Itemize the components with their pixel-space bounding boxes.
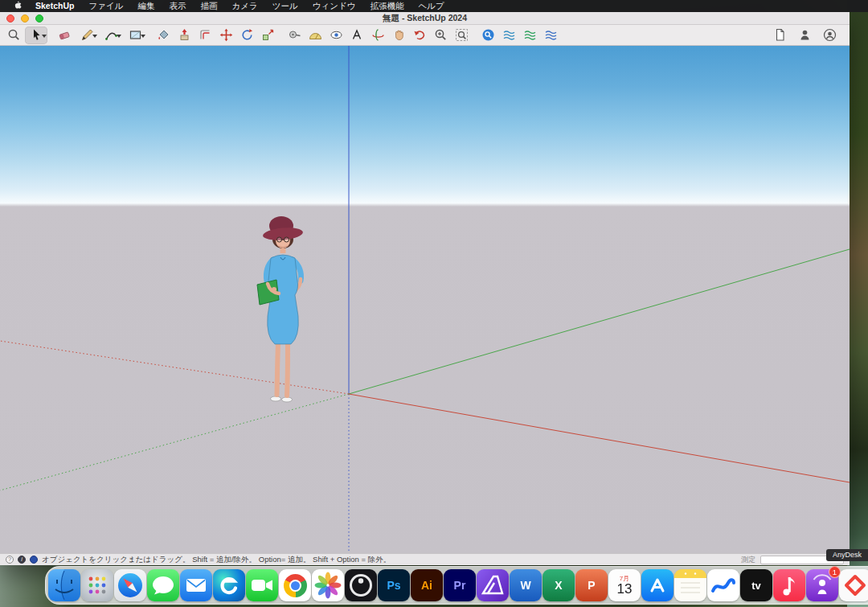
sandbox-tool-3-button[interactable] <box>541 27 560 44</box>
menu-item-file[interactable]: ファイル <box>81 0 130 12</box>
dock-item-obs[interactable] <box>345 569 377 601</box>
dock-item-mail[interactable] <box>180 569 212 601</box>
layers-wave-icon <box>502 28 516 42</box>
dock-item-music[interactable] <box>773 569 805 601</box>
menu-item-camera[interactable]: カメラ <box>224 0 264 12</box>
dock-item-excel[interactable]: X <box>542 569 575 601</box>
sandbox-tool-1-button[interactable] <box>499 27 518 44</box>
affinity-icon <box>477 569 509 601</box>
photoshop-label: Ps <box>387 579 400 592</box>
account-button[interactable] <box>820 27 839 44</box>
calendar-day: 13 <box>617 582 633 596</box>
tape-measure-tool-button[interactable] <box>285 27 304 44</box>
search-tool-button[interactable] <box>4 27 23 44</box>
orbit-tool-button[interactable] <box>368 27 387 44</box>
calendar-icon: 7月13 <box>608 569 641 601</box>
dock-item-illustrator[interactable]: Ai <box>411 569 443 601</box>
edge-icon <box>213 569 245 601</box>
eraser-tool-button[interactable] <box>55 27 74 44</box>
paint-bucket-tool-button[interactable] <box>154 27 173 44</box>
sketchup-window: 無題 - SketchUp 2024 <box>0 12 850 565</box>
dock-item-chrome[interactable] <box>279 569 311 601</box>
menu-item-help[interactable]: ヘルプ <box>411 0 451 12</box>
arc-tool-button[interactable] <box>100 27 122 44</box>
menu-item-sketchup[interactable]: SketchUp <box>28 0 81 12</box>
dock-item-appletv[interactable]: tv <box>740 569 772 601</box>
pan-tool-button[interactable] <box>389 27 408 44</box>
dock-item-appstore[interactable] <box>641 569 674 601</box>
dock-item-word[interactable]: W <box>510 569 542 601</box>
sandbox-tool-2-button[interactable] <box>520 27 539 44</box>
dock-item-safari[interactable] <box>114 569 146 601</box>
info-icon[interactable]: i <box>18 556 26 564</box>
previous-view-tool-button[interactable] <box>410 27 429 44</box>
dock-item-edge[interactable] <box>213 569 245 601</box>
warehouse-search-tool-button[interactable] <box>478 27 497 44</box>
traffic-lights <box>6 14 43 23</box>
people-button[interactable] <box>795 27 814 44</box>
look-around-tool-button[interactable] <box>326 27 346 44</box>
help-icon[interactable]: ? <box>6 556 14 564</box>
protractor-tool-button[interactable] <box>305 27 325 44</box>
undo-arrow-icon <box>413 28 427 42</box>
dock-item-photoshop[interactable]: Ps <box>378 569 410 601</box>
zoom-extents-icon <box>455 28 469 42</box>
new-document-button[interactable] <box>770 27 789 44</box>
text-icon <box>350 28 364 42</box>
dock-item-launchpad[interactable] <box>81 569 113 601</box>
appletv-label: tv <box>751 580 761 592</box>
rotate-tool-button[interactable] <box>237 27 256 44</box>
fullscreen-button[interactable] <box>35 14 43 23</box>
dock-item-facetime[interactable] <box>246 569 278 601</box>
dock-item-podcasts[interactable]: 1 <box>806 569 838 601</box>
tape-measure-icon <box>288 28 301 42</box>
document-icon <box>773 28 787 42</box>
dock-item-finder[interactable] <box>48 569 80 601</box>
zoom-tool-button[interactable] <box>431 27 450 44</box>
scale-tool-button[interactable] <box>258 27 277 44</box>
dock-item-anydesk[interactable] <box>839 569 868 601</box>
menu-item-window[interactable]: ウィンドウ <box>305 0 363 12</box>
apple-menu[interactable] <box>6 1 28 11</box>
minimize-button[interactable] <box>21 14 29 23</box>
facetime-icon <box>246 569 278 601</box>
menu-item-extensions[interactable]: 拡張機能 <box>362 0 411 12</box>
premiere-label: Pr <box>454 579 466 592</box>
zoom-icon <box>434 28 448 42</box>
dock-item-premiere[interactable]: Pr <box>444 569 476 601</box>
model-viewport[interactable] <box>0 46 850 553</box>
dock-item-calendar[interactable]: 7月13 <box>608 569 641 601</box>
title-bar[interactable]: 無題 - SketchUp 2024 <box>0 12 850 25</box>
rotate-icon <box>240 28 254 42</box>
menu-item-tools[interactable]: ツール <box>265 0 305 12</box>
dock-item-freeform[interactable] <box>707 569 739 601</box>
menu-item-edit[interactable]: 編集 <box>130 0 162 12</box>
location-icon[interactable] <box>30 556 38 564</box>
paint-bucket-icon <box>157 28 170 42</box>
dock-item-affinity[interactable] <box>477 569 509 601</box>
move-tool-button[interactable] <box>216 27 235 44</box>
search-icon <box>7 28 21 42</box>
select-arrow-icon <box>30 28 43 42</box>
excel-label: X <box>555 579 562 592</box>
menu-item-view[interactable]: 表示 <box>162 0 193 12</box>
person-component[interactable] <box>257 216 304 402</box>
dock-item-notes[interactable] <box>674 569 706 601</box>
scale-icon <box>261 28 275 42</box>
line-tool-button[interactable] <box>76 27 98 44</box>
status-bar: ? i オブジェクトをクリックまたはドラッグ。 Shift = 追加/除外。 O… <box>0 553 850 565</box>
dock-item-powerpoint[interactable]: P <box>575 569 608 601</box>
shape-tool-button[interactable] <box>124 27 146 44</box>
close-button[interactable] <box>6 14 14 23</box>
zoom-extents-tool-button[interactable] <box>452 27 471 44</box>
text-tool-button[interactable] <box>347 27 366 44</box>
mail-icon <box>180 569 212 601</box>
menu-item-draw[interactable]: 描画 <box>193 0 224 12</box>
dock-item-messages[interactable] <box>147 569 179 601</box>
dock-item-photos[interactable] <box>312 569 344 601</box>
select-tool-button[interactable] <box>25 27 47 44</box>
anydesk-icon <box>839 569 868 601</box>
photos-icon <box>312 569 344 601</box>
offset-tool-button[interactable] <box>195 27 215 44</box>
push-pull-tool-button[interactable] <box>174 27 194 44</box>
